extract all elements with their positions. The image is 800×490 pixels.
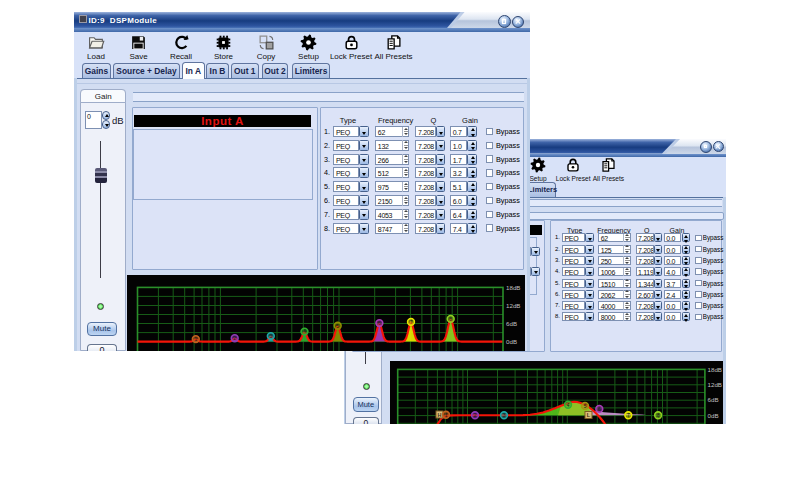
svg-text:18dB: 18dB: [506, 284, 520, 291]
svg-text:5: 5: [584, 404, 587, 409]
svg-text:8: 8: [449, 317, 452, 322]
svg-text:12dB: 12dB: [506, 302, 520, 309]
svg-text:6: 6: [598, 407, 601, 412]
svg-text:5: 5: [336, 324, 339, 329]
svg-text:7: 7: [410, 320, 413, 325]
svg-text:0dB: 0dB: [506, 338, 517, 345]
svg-text:6: 6: [378, 321, 381, 326]
svg-text:4: 4: [567, 403, 570, 408]
svg-text:H: H: [438, 412, 442, 418]
svg-text:3: 3: [503, 413, 506, 418]
svg-text:6dB: 6dB: [506, 320, 517, 327]
svg-text:2: 2: [233, 336, 236, 341]
svg-text:3: 3: [269, 334, 272, 339]
svg-text:1: 1: [194, 337, 197, 342]
svg-text:6dB: 6dB: [708, 396, 719, 403]
svg-text:4: 4: [303, 329, 306, 334]
svg-text:1: 1: [445, 413, 448, 418]
svg-text:7: 7: [627, 413, 630, 418]
svg-text:12dB: 12dB: [708, 381, 722, 388]
svg-text:2: 2: [474, 413, 477, 418]
svg-text:18dB: 18dB: [708, 366, 722, 373]
svg-text:8: 8: [657, 413, 660, 418]
svg-text:0dB: 0dB: [708, 412, 719, 419]
